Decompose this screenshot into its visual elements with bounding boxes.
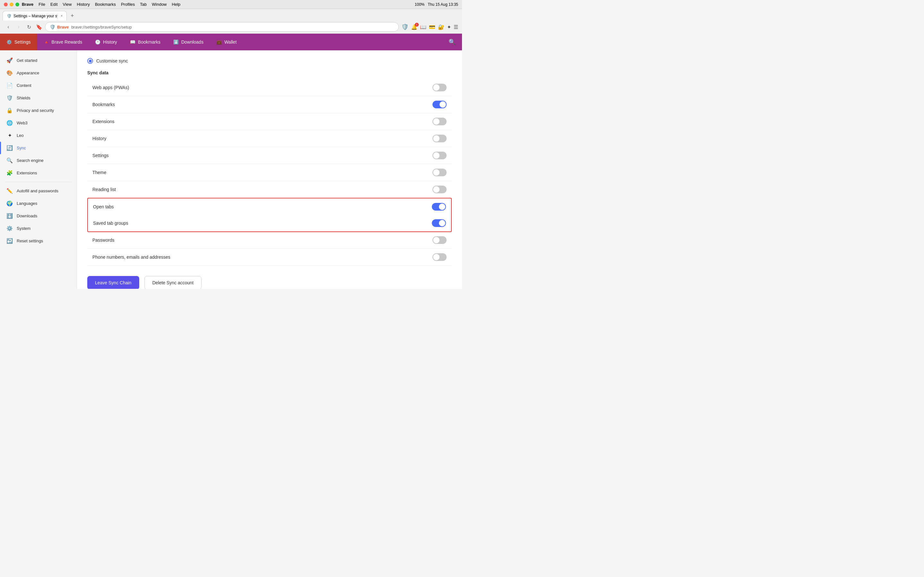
delete-sync-account-button[interactable]: Delete Sync account xyxy=(144,276,202,289)
shields-icon[interactable]: 🛡️ xyxy=(401,23,409,31)
toggle-extensions[interactable] xyxy=(433,118,447,125)
tab-favicon: 🛡️ xyxy=(7,14,11,18)
reload-button[interactable]: ↻ xyxy=(24,23,33,31)
nav-bookmarks[interactable]: 📖 Bookmarks xyxy=(124,34,167,50)
customise-sync-option[interactable]: Customise sync xyxy=(87,58,452,64)
history-nav-icon: 🕐 xyxy=(95,39,100,45)
toggle-settings[interactable] xyxy=(433,152,447,159)
sync-item-label: Bookmarks xyxy=(92,102,115,107)
tab-close-button[interactable]: × xyxy=(61,14,63,18)
extensions-icon: 🧩 xyxy=(6,170,13,176)
toggle-open-tabs[interactable] xyxy=(432,203,446,211)
leave-sync-chain-button[interactable]: Leave Sync Chain xyxy=(87,276,139,289)
toolbar-right: 🛡️ 🔔 1 📖 💳 🔐 ✦ ☰ xyxy=(401,23,458,31)
sync-row-settings: Settings xyxy=(87,147,452,164)
menu-file[interactable]: File xyxy=(39,2,45,7)
sidebar: 🚀 Get started 🎨 Appearance 📄 Content 🛡️ … xyxy=(0,50,77,289)
sidebar-item-get-started[interactable]: 🚀 Get started xyxy=(0,54,77,67)
autofill-icon: ✏️ xyxy=(6,188,13,194)
new-tab-button[interactable]: + xyxy=(68,13,77,19)
sidebar-item-system[interactable]: ⚙️ System xyxy=(0,222,77,235)
reader-view-icon[interactable]: 📖 xyxy=(420,24,426,30)
menu-tab[interactable]: Tab xyxy=(140,2,147,7)
sidebar-item-label: System xyxy=(17,226,31,231)
sidebar-item-search-engine[interactable]: 🔍 Search engine xyxy=(0,154,77,167)
reset-icon: ↩️ xyxy=(6,238,13,244)
notification-badge: 1 xyxy=(415,23,419,27)
main-nav: ⚙️ Settings 🔺 Brave Rewards 🕐 History 📖 … xyxy=(0,34,462,50)
toggle-thumb xyxy=(433,118,439,125)
menu-bookmarks[interactable]: Bookmarks xyxy=(95,2,116,7)
nav-downloads[interactable]: ⬇️ Downloads xyxy=(167,34,210,50)
action-buttons: Leave Sync Chain Delete Sync account xyxy=(87,274,452,289)
sidebar-item-shields[interactable]: 🛡️ Shields xyxy=(0,92,77,104)
sidebar-item-appearance[interactable]: 🎨 Appearance xyxy=(0,67,77,79)
sync-item-label: Open tabs xyxy=(93,204,114,210)
menu-view[interactable]: View xyxy=(63,2,72,7)
nav-search-button[interactable]: 🔍 xyxy=(442,39,462,45)
sidebar-item-sync[interactable]: 🔄 Sync xyxy=(0,142,77,154)
toggle-thumb xyxy=(433,152,439,159)
bookmarks-nav-label: Bookmarks xyxy=(138,39,160,45)
downloads-sidebar-icon: ⬇️ xyxy=(6,213,13,219)
sync-row-history: History xyxy=(87,130,452,147)
sidebar-item-label: Reset settings xyxy=(17,239,43,243)
sidebar-item-label: Web3 xyxy=(17,121,27,125)
notifications-icon[interactable]: 🔔 1 xyxy=(411,24,417,30)
toggle-history[interactable] xyxy=(433,135,447,142)
leo-icon[interactable]: ✦ xyxy=(447,24,451,30)
toggle-passwords[interactable] xyxy=(433,236,447,244)
brave-rewards-nav-icon: 🔺 xyxy=(44,39,49,45)
sidebar-item-reset-settings[interactable]: ↩️ Reset settings xyxy=(0,235,77,247)
sync-data-section: Sync data Web apps (PWAs) Bookmarks Exte… xyxy=(87,70,452,266)
close-window-button[interactable] xyxy=(4,3,8,6)
menu-brave[interactable]: Brave xyxy=(22,2,33,7)
sidebar-item-content[interactable]: 📄 Content xyxy=(0,79,77,92)
toggle-theme[interactable] xyxy=(433,169,447,176)
toggle-thumb xyxy=(433,169,439,176)
sidebar-item-languages[interactable]: 🌍 Languages xyxy=(0,197,77,210)
menu-icon[interactable]: ☰ xyxy=(454,24,458,30)
menu-edit[interactable]: Edit xyxy=(50,2,57,7)
nav-history[interactable]: 🕐 History xyxy=(89,34,124,50)
sidebar-item-leo[interactable]: ✦ Leo xyxy=(0,129,77,142)
toggle-web-apps[interactable] xyxy=(433,84,447,91)
active-tab[interactable]: 🛡️ Settings – Manage your sync × xyxy=(3,11,67,21)
url-bar[interactable]: 🛡️ Brave brave://settings/braveSync/setu… xyxy=(45,22,399,32)
bookmarks-nav-icon: 📖 xyxy=(130,39,136,45)
vpn-icon[interactable]: 🔐 xyxy=(438,24,444,30)
menu-window[interactable]: Window xyxy=(152,2,166,7)
sidebar-item-downloads[interactable]: ⬇️ Downloads xyxy=(0,210,77,222)
main-content: Customise sync Sync data Web apps (PWAs)… xyxy=(77,50,462,289)
maximize-window-button[interactable] xyxy=(15,3,19,6)
back-button[interactable]: ‹ xyxy=(4,23,13,31)
bookmark-page-button[interactable]: 🔖 xyxy=(36,24,42,30)
sidebar-item-privacy-security[interactable]: 🔒 Privacy and security xyxy=(0,104,77,117)
toggle-bookmarks[interactable] xyxy=(433,101,447,108)
sidebar-item-web3[interactable]: 🌐 Web3 xyxy=(0,117,77,129)
sidebar-item-extensions[interactable]: 🧩 Extensions xyxy=(0,167,77,179)
menu-history[interactable]: History xyxy=(77,2,89,7)
wallet-toolbar-icon[interactable]: 💳 xyxy=(429,24,435,30)
traffic-lights[interactable] xyxy=(4,3,19,6)
nav-settings[interactable]: ⚙️ Settings xyxy=(0,34,37,50)
sync-item-label: Passwords xyxy=(92,237,114,243)
menu-help[interactable]: Help xyxy=(172,2,181,7)
toggle-phone-numbers[interactable] xyxy=(433,253,447,261)
sync-item-label: Theme xyxy=(92,170,107,175)
sidebar-item-label: Content xyxy=(17,83,31,88)
nav-wallet[interactable]: 💼 Wallet xyxy=(210,34,243,50)
nav-brave-rewards[interactable]: 🔺 Brave Rewards xyxy=(37,34,89,50)
sidebar-item-autofill[interactable]: ✏️ Autofill and passwords xyxy=(0,185,77,197)
wallet-nav-icon: 💼 xyxy=(216,39,222,45)
downloads-nav-label: Downloads xyxy=(181,39,204,45)
toggle-thumb xyxy=(433,84,439,91)
address-bar: ‹ › ↻ 🔖 🛡️ Brave brave://settings/braveS… xyxy=(0,21,462,33)
toggle-saved-tab-groups[interactable] xyxy=(432,219,446,227)
menu-profiles[interactable]: Profiles xyxy=(121,2,135,7)
title-bar: Brave File Edit View History Bookmarks P… xyxy=(0,0,462,9)
customise-sync-radio[interactable] xyxy=(87,58,93,64)
toggle-reading-list[interactable] xyxy=(433,185,447,193)
forward-button[interactable]: › xyxy=(14,23,23,31)
minimize-window-button[interactable] xyxy=(10,3,13,6)
